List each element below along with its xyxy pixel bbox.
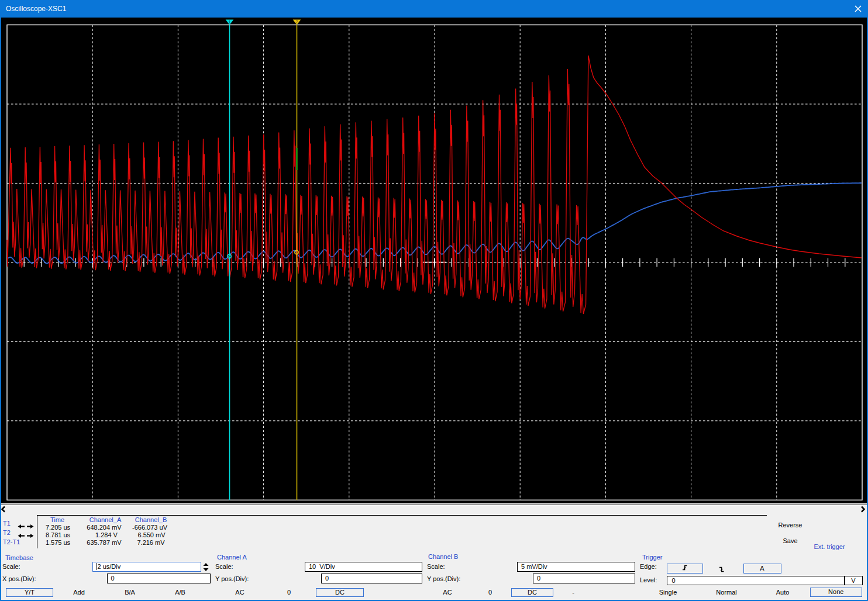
svg-text:2: 2 — [295, 19, 298, 25]
svg-text:1: 1 — [228, 19, 231, 25]
